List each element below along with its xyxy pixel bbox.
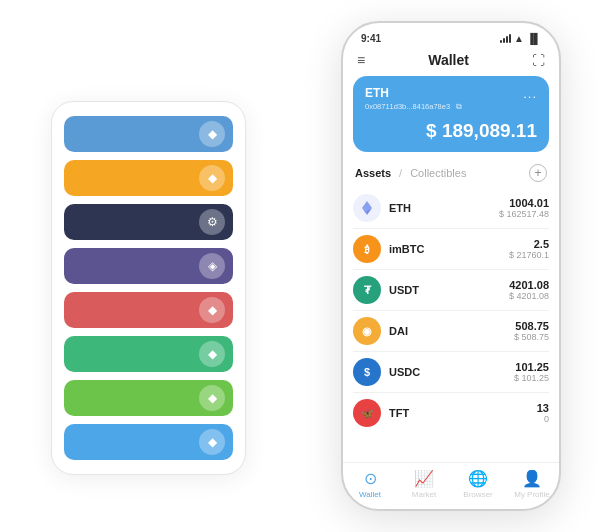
browser-nav-icon: 🌐 (468, 469, 488, 488)
asset-row-imbtc[interactable]: ₿ imBTC 2.5 $ 21760.1 (353, 229, 549, 270)
market-nav-label: Market (412, 490, 436, 499)
card-icon: ◆ (199, 429, 225, 455)
card-item[interactable]: ◆ (64, 380, 233, 416)
tab-collectibles[interactable]: Collectibles (410, 167, 466, 179)
copy-icon[interactable]: ⧉ (456, 102, 462, 111)
eth-card-address: 0x08711d3b...8416a78e3 ⧉ (365, 102, 537, 112)
card-icon: ◆ (199, 297, 225, 323)
card-item[interactable]: ◆ (64, 116, 233, 152)
dai-amount: 508.75 (514, 320, 549, 332)
card-item[interactable]: ◆ (64, 292, 233, 328)
profile-nav-label: My Profile (514, 490, 550, 499)
card-icon: ⚙ (199, 209, 225, 235)
phone-header: ≡ Wallet ⛶ (343, 48, 559, 76)
signal-icon (500, 34, 511, 43)
asset-amounts-imbtc: 2.5 $ 21760.1 (509, 238, 549, 260)
usdt-amount: 4201.08 (509, 279, 549, 291)
asset-amounts-dai: 508.75 $ 508.75 (514, 320, 549, 342)
asset-row-tft[interactable]: 🦋 TFT 13 0 (353, 393, 549, 433)
tft-amount: 13 (537, 402, 549, 414)
asset-row-eth[interactable]: ETH 1004.01 $ 162517.48 (353, 188, 549, 229)
menu-icon[interactable]: ≡ (357, 52, 365, 68)
eth-icon (353, 194, 381, 222)
imbtc-amount: 2.5 (509, 238, 549, 250)
assets-header: Assets / Collectibles + (343, 160, 559, 188)
asset-name-imbtc: imBTC (389, 243, 509, 255)
usdt-usd: $ 4201.08 (509, 291, 549, 301)
eth-card-coin: ETH (365, 86, 537, 100)
asset-row-dai[interactable]: ◉ DAI 508.75 $ 508.75 (353, 311, 549, 352)
nav-item-market[interactable]: 📈 Market (397, 469, 451, 499)
asset-name-usdt: USDT (389, 284, 509, 296)
bottom-nav: ⊙ Wallet 📈 Market 🌐 Browser 👤 My Profile (343, 462, 559, 509)
card-item[interactable]: ⚙ (64, 204, 233, 240)
card-stack: ◆ ◆ ⚙ ◈ ◆ ◆ ◆ ◆ (51, 101, 246, 475)
phone-content: ETH 0x08711d3b...8416a78e3 ⧉ ... $ 189,0… (343, 76, 559, 462)
card-icon: ◆ (199, 121, 225, 147)
card-item[interactable]: ◆ (64, 424, 233, 460)
asset-name-eth: ETH (389, 202, 499, 214)
eth-usd: $ 162517.48 (499, 209, 549, 219)
card-icon: ◆ (199, 385, 225, 411)
imbtc-usd: $ 21760.1 (509, 250, 549, 260)
eth-card[interactable]: ETH 0x08711d3b...8416a78e3 ⧉ ... $ 189,0… (353, 76, 549, 152)
asset-name-tft: TFT (389, 407, 537, 419)
card-menu-button[interactable]: ... (523, 86, 537, 101)
battery-icon: ▐▌ (527, 33, 541, 44)
assets-tabs: Assets / Collectibles (355, 167, 466, 179)
page-title: Wallet (428, 52, 469, 68)
asset-amounts-tft: 13 0 (537, 402, 549, 424)
asset-list: ETH 1004.01 $ 162517.48 ₿ imBTC 2.5 $ 21… (343, 188, 559, 462)
asset-row-usdc[interactable]: $ USDC 101.25 $ 101.25 (353, 352, 549, 393)
profile-nav-icon: 👤 (522, 469, 542, 488)
card-icon: ◆ (199, 341, 225, 367)
status-icons: ▲ ▐▌ (500, 33, 541, 44)
expand-icon[interactable]: ⛶ (532, 53, 545, 68)
card-item[interactable]: ◆ (64, 336, 233, 372)
phone-frame: 9:41 ▲ ▐▌ ≡ Wallet ⛶ ETH (341, 21, 561, 511)
dai-icon: ◉ (353, 317, 381, 345)
nav-item-browser[interactable]: 🌐 Browser (451, 469, 505, 499)
status-bar: 9:41 ▲ ▐▌ (343, 23, 559, 48)
card-icon: ◆ (199, 165, 225, 191)
tft-usd: 0 (537, 414, 549, 424)
add-asset-button[interactable]: + (529, 164, 547, 182)
tft-icon: 🦋 (353, 399, 381, 427)
asset-amounts-usdc: 101.25 $ 101.25 (514, 361, 549, 383)
usdt-icon: ₮ (353, 276, 381, 304)
asset-row-usdt[interactable]: ₮ USDT 4201.08 $ 4201.08 (353, 270, 549, 311)
market-nav-icon: 📈 (414, 469, 434, 488)
asset-amounts-usdt: 4201.08 $ 4201.08 (509, 279, 549, 301)
imbtc-icon: ₿ (353, 235, 381, 263)
browser-nav-label: Browser (463, 490, 492, 499)
nav-item-wallet[interactable]: ⊙ Wallet (343, 469, 397, 499)
usdc-amount: 101.25 (514, 361, 549, 373)
usdc-usd: $ 101.25 (514, 373, 549, 383)
dai-usd: $ 508.75 (514, 332, 549, 342)
wifi-icon: ▲ (514, 33, 524, 44)
nav-item-profile[interactable]: 👤 My Profile (505, 469, 559, 499)
wallet-nav-icon: ⊙ (364, 469, 377, 488)
tab-assets[interactable]: Assets (355, 167, 391, 179)
eth-card-amount: $ 189,089.11 (365, 120, 537, 142)
status-time: 9:41 (361, 33, 381, 44)
card-icon: ◈ (199, 253, 225, 279)
asset-name-usdc: USDC (389, 366, 514, 378)
asset-name-dai: DAI (389, 325, 514, 337)
asset-amounts-eth: 1004.01 $ 162517.48 (499, 197, 549, 219)
tab-divider: / (399, 167, 402, 179)
eth-amount: 1004.01 (499, 197, 549, 209)
scene: ◆ ◆ ⚙ ◈ ◆ ◆ ◆ ◆ 9:41 (21, 21, 581, 511)
card-item[interactable]: ◆ (64, 160, 233, 196)
wallet-nav-label: Wallet (359, 490, 381, 499)
usdc-icon: $ (353, 358, 381, 386)
card-item[interactable]: ◈ (64, 248, 233, 284)
